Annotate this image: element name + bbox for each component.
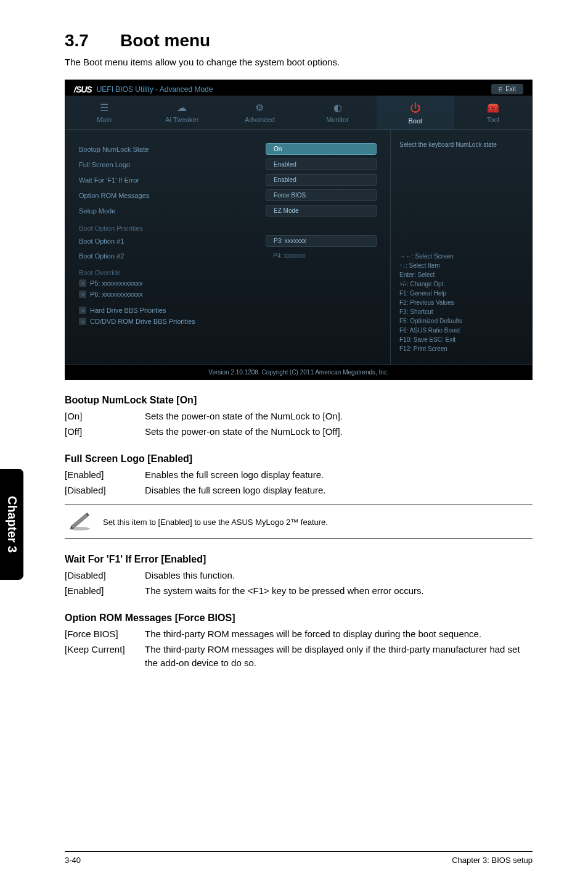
help-keys: →←: Select Screen ↑↓: Select Item Enter:…: [399, 252, 523, 353]
option-row: [Enabled] The system waits for the <F1> …: [65, 584, 533, 598]
option-description: The third-party ROM messages will be for…: [145, 627, 533, 642]
tab-main[interactable]: ☰ Main: [65, 96, 143, 130]
option-description: Disables this function.: [145, 569, 533, 583]
exit-button[interactable]: ⎘ Exit: [491, 84, 523, 94]
list-icon: ☰: [100, 102, 108, 113]
option-key: [Keep Current]: [65, 643, 145, 670]
section-title-text: Boot menu: [120, 31, 210, 50]
tab-ai-tweaker[interactable]: ☁ Ai Tweaker: [143, 96, 221, 130]
row-option-rom[interactable]: Option ROM Messages Force BIOS: [65, 188, 390, 203]
option-key: [Force BIOS]: [65, 627, 145, 642]
row-boot-option-2[interactable]: Boot Option #2 P4: xxxxxxx: [65, 249, 390, 263]
tab-boot[interactable]: ⏻ Boot: [377, 96, 454, 130]
boot-override-header: Boot Override: [65, 263, 390, 278]
bios-screenshot: /SUS UEFI BIOS Utility - Advanced Mode ⎘…: [65, 80, 533, 380]
option-row: [Enabled] Enables the full screen logo d…: [65, 468, 533, 482]
option-key: [Off]: [65, 425, 145, 439]
option-row: [Force BIOS] The third-party ROM message…: [65, 627, 533, 642]
option-row: [Disabled] Disables the full screen logo…: [65, 484, 533, 498]
pencil-note-icon: [67, 510, 92, 534]
option-key: [Enabled]: [65, 584, 145, 598]
bios-header-title: UEFI BIOS Utility - Advanced Mode: [97, 85, 213, 94]
chevron-right-icon: >: [79, 279, 86, 287]
option-description: The third-party ROM messages will be dis…: [145, 643, 533, 670]
tab-tool[interactable]: 🧰 Tool: [454, 96, 532, 130]
bios-logo-area: /SUS UEFI BIOS Utility - Advanced Mode: [74, 85, 213, 94]
option-key: [On]: [65, 410, 145, 424]
gauge-icon: ◐: [333, 102, 342, 113]
option-description: The system waits for the <F1> key to be …: [145, 584, 533, 598]
bios-titlebar: /SUS UEFI BIOS Utility - Advanced Mode ⎘…: [65, 80, 532, 96]
row-numlock[interactable]: Bootup NumLock State On: [65, 141, 390, 157]
bios-help-panel: Select the keyboard NumLock state →←: Se…: [390, 130, 532, 365]
bios-version-footer: Version 2.10.1208. Copyright (C) 2011 Am…: [65, 365, 532, 379]
subsection-fullscreen-logo: Full Screen Logo [Enabled] [Enabled] Ena…: [65, 453, 533, 539]
subsection-numlock: Bootup NumLock State [On] [On] Sets the …: [65, 395, 533, 439]
subsection-title: Option ROM Messages [Force BIOS]: [65, 613, 533, 624]
subsection-title: Bootup NumLock State [On]: [65, 395, 533, 406]
section-heading: 3.7Boot menu: [65, 31, 533, 51]
override-p6[interactable]: > P6: xxxxxxxxxxxx: [65, 289, 390, 300]
option-description: Sets the power-on state of the NumLock t…: [145, 425, 533, 439]
subsection-title: Wait For 'F1' If Error [Enabled]: [65, 554, 533, 565]
bios-settings-panel: Bootup NumLock State On Full Screen Logo…: [65, 130, 390, 365]
option-key: [Enabled]: [65, 468, 145, 482]
intro-text: The Boot menu items allow you to change …: [65, 57, 533, 67]
override-cddvd-bbs[interactable]: > CD/DVD ROM Drive BBS Priorities: [65, 316, 390, 327]
chevron-right-icon: >: [79, 307, 86, 314]
bios-tabs: ☰ Main ☁ Ai Tweaker ⚙ Advanced ◐ Monitor…: [65, 96, 532, 130]
exit-icon: ⎘: [499, 86, 502, 93]
option-description: Enables the full screen logo display fea…: [145, 468, 533, 482]
subsection-wait-f1: Wait For 'F1' If Error [Enabled] [Disabl…: [65, 554, 533, 598]
note-callout: Set this item to [Enabled] to use the AS…: [65, 505, 533, 539]
note-text: Set this item to [Enabled] to use the AS…: [103, 518, 328, 527]
page-number: 3-40: [65, 856, 81, 865]
page-footer: 3-40 Chapter 3: BIOS setup: [65, 851, 533, 865]
override-p5[interactable]: > P5: xxxxxxxxxxxx: [65, 278, 390, 289]
chevron-right-icon: >: [79, 291, 86, 298]
option-row: [Disabled] Disables this function.: [65, 569, 533, 583]
power-icon: ⏻: [410, 102, 421, 114]
option-key: [Disabled]: [65, 569, 145, 583]
chapter-label: Chapter 3: BIOS setup: [452, 856, 533, 865]
section-number: 3.7: [65, 31, 120, 51]
option-row: [Keep Current] The third-party ROM messa…: [65, 643, 533, 670]
row-wait-f1[interactable]: Wait For 'F1' If Error Enabled: [65, 172, 390, 188]
boot-priorities-header: Boot Option Priorities: [65, 218, 390, 233]
tab-monitor[interactable]: ◐ Monitor: [299, 96, 377, 130]
toolbox-icon: 🧰: [487, 102, 499, 113]
chevron-right-icon: >: [79, 318, 86, 325]
option-description: Sets the power-on state of the NumLock t…: [145, 410, 533, 424]
asus-logo: /SUS: [74, 85, 92, 94]
chapter-side-tab: Chapter 3: [0, 469, 23, 580]
row-boot-option-1[interactable]: Boot Option #1 P3: xxxxxxx: [65, 233, 390, 249]
option-key: [Disabled]: [65, 484, 145, 498]
chip-icon: ⚙: [255, 102, 264, 113]
subsection-title: Full Screen Logo [Enabled]: [65, 453, 533, 464]
row-fullscreen-logo[interactable]: Full Screen Logo Enabled: [65, 157, 390, 172]
subsection-option-rom: Option ROM Messages [Force BIOS] [Force …: [65, 613, 533, 670]
exit-label: Exit: [505, 86, 516, 93]
option-description: Disables the full screen logo display fe…: [145, 484, 533, 498]
override-hdd-bbs[interactable]: > Hard Drive BBS Priorities: [65, 305, 390, 316]
option-row: [On] Sets the power-on state of the NumL…: [65, 410, 533, 424]
tab-advanced[interactable]: ⚙ Advanced: [221, 96, 298, 130]
cloud-icon: ☁: [177, 102, 187, 113]
option-row: [Off] Sets the power-on state of the Num…: [65, 425, 533, 439]
row-setup-mode[interactable]: Setup Mode EZ Mode: [65, 203, 390, 218]
help-description: Select the keyboard NumLock state: [399, 141, 523, 148]
